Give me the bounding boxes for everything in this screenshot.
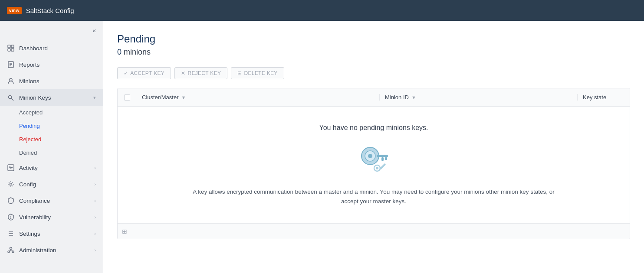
activity-chevron: ›	[94, 165, 96, 170]
minion-id-filter-icon[interactable]: ▼	[411, 95, 416, 100]
empty-state: You have no pending minions keys.	[118, 107, 630, 223]
sidebar-label-settings: Settings	[19, 231, 40, 237]
minion-count: 0	[117, 48, 122, 56]
svg-rect-0	[8, 45, 10, 48]
settings-icon	[7, 230, 15, 237]
svg-point-19	[11, 218, 11, 219]
dashboard-icon	[7, 44, 15, 52]
sidebar-sub-label-accepted: Accepted	[19, 109, 43, 116]
subtitle-text: minions	[124, 48, 151, 56]
sidebar-label-compliance: Compliance	[19, 198, 50, 204]
activity-icon	[7, 164, 15, 172]
key-illustration	[356, 142, 391, 177]
sidebar-sub-pending[interactable]: Pending	[0, 119, 103, 133]
sidebar-item-activity[interactable]: Activity ›	[0, 159, 103, 176]
minion-keys-chevron: ▾	[93, 95, 96, 101]
sidebar-collapse-button[interactable]: «	[91, 25, 98, 36]
sidebar-label-administration: Administration	[19, 247, 56, 254]
config-icon	[7, 180, 15, 188]
reject-key-button[interactable]: ✕ REJECT KEY	[174, 67, 227, 79]
sidebar-label-activity: Activity	[19, 165, 38, 171]
reports-icon	[7, 61, 15, 68]
settings-chevron: ›	[94, 231, 96, 236]
minion-id-column-label: Minion ID	[385, 94, 409, 101]
sidebar-label-minions: Minions	[19, 78, 39, 84]
svg-rect-2	[8, 49, 10, 51]
accept-key-label: ACCEPT KEY	[130, 70, 164, 76]
main-content: Pending 0 minions ✓ ACCEPT KEY ✕ REJECT …	[103, 21, 644, 273]
svg-rect-29	[381, 157, 384, 161]
config-chevron: ›	[94, 182, 96, 187]
sidebar-label-vulnerability: Vulnerability	[19, 214, 51, 221]
svg-rect-30	[385, 157, 387, 160]
delete-key-button[interactable]: ⊟ DELETE KEY	[231, 67, 284, 79]
empty-state-description: A key allows encrypted communication bet…	[187, 187, 560, 206]
sidebar-collapse-area: «	[0, 21, 103, 40]
sidebar-item-dashboard[interactable]: Dashboard	[0, 40, 103, 56]
main-content-area: Pending 0 minions ✓ ACCEPT KEY ✕ REJECT …	[103, 21, 644, 273]
page-subtitle: 0 minions	[117, 48, 630, 57]
svg-point-8	[10, 78, 12, 81]
empty-state-title: You have no pending minions keys.	[319, 124, 428, 132]
sidebar-item-reports[interactable]: Reports	[0, 56, 103, 73]
sidebar-label-dashboard: Dashboard	[19, 45, 48, 52]
svg-point-34	[376, 167, 378, 169]
sidebar-item-minion-keys[interactable]: Minion Keys ▾	[0, 89, 103, 106]
sidebar-label-minion-keys: Minion Keys	[19, 94, 51, 101]
sidebar-sub-denied[interactable]: Denied	[0, 146, 103, 159]
sidebar-sub-label-pending: Pending	[19, 123, 40, 129]
app-title: SaltStack Config	[26, 7, 74, 14]
key-state-column-label: Key state	[583, 94, 606, 101]
cluster-column-label: Cluster/Master	[142, 94, 179, 101]
compliance-icon	[7, 197, 15, 205]
sidebar-item-minions[interactable]: Minions	[0, 73, 103, 89]
sidebar-label-config: Config	[19, 181, 36, 188]
sidebar-item-administration[interactable]: Administration ›	[0, 242, 103, 258]
svg-rect-28	[377, 155, 388, 157]
vulnerability-icon	[7, 213, 15, 221]
checkmark-icon: ✓	[124, 70, 128, 76]
topbar: vmw SaltStack Config	[0, 0, 644, 21]
vmw-logo: vmw	[7, 7, 22, 14]
table-footer: ⊞	[118, 223, 630, 239]
svg-point-31	[368, 154, 372, 158]
column-header-key-state: Key state	[578, 94, 630, 101]
sidebar-item-config[interactable]: Config ›	[0, 176, 103, 192]
main-layout: « Dashboard Reports Minions	[0, 21, 644, 273]
sidebar-item-compliance[interactable]: Compliance ›	[0, 192, 103, 209]
svg-point-20	[10, 247, 12, 250]
sidebar-item-settings[interactable]: Settings ›	[0, 225, 103, 242]
sidebar-label-reports: Reports	[19, 62, 39, 68]
trash-icon: ⊟	[237, 70, 242, 76]
sidebar-sub-label-denied: Denied	[19, 150, 37, 156]
column-header-cluster: Cluster/Master ▼	[137, 94, 380, 101]
minion-keys-icon	[7, 94, 15, 101]
page-title: Pending	[117, 33, 630, 45]
sidebar-sub-accepted[interactable]: Accepted	[0, 106, 103, 119]
minions-icon	[7, 77, 15, 85]
table-header: Cluster/Master ▼ Minion ID ▼ Key state	[118, 88, 630, 107]
x-icon: ✕	[181, 70, 185, 76]
svg-point-17	[10, 183, 12, 185]
sidebar: « Dashboard Reports Minions	[0, 21, 103, 273]
accept-key-button[interactable]: ✓ ACCEPT KEY	[117, 67, 171, 79]
minion-keys-table: Cluster/Master ▼ Minion ID ▼ Key state Y…	[117, 88, 630, 239]
administration-icon	[7, 246, 15, 254]
svg-rect-3	[11, 49, 14, 51]
svg-line-15	[11, 167, 12, 169]
delete-key-label: DELETE KEY	[244, 70, 278, 76]
svg-point-9	[9, 96, 12, 99]
cluster-filter-icon[interactable]: ▼	[181, 95, 186, 100]
column-header-minion-id: Minion ID ▼	[380, 94, 578, 101]
sidebar-sub-label-rejected: Rejected	[19, 136, 41, 143]
table-header-checkbox-cell	[118, 94, 137, 101]
pagination-icon[interactable]: ⊞	[122, 228, 127, 235]
svg-line-16	[12, 167, 13, 168]
sidebar-item-vulnerability[interactable]: Vulnerability ›	[0, 209, 103, 225]
toolbar: ✓ ACCEPT KEY ✕ REJECT KEY ⊟ DELETE KEY	[117, 67, 630, 79]
vulnerability-chevron: ›	[94, 214, 96, 220]
select-all-checkbox[interactable]	[124, 94, 130, 101]
sidebar-sub-rejected[interactable]: Rejected	[0, 133, 103, 146]
administration-chevron: ›	[94, 247, 96, 253]
compliance-chevron: ›	[94, 198, 96, 203]
